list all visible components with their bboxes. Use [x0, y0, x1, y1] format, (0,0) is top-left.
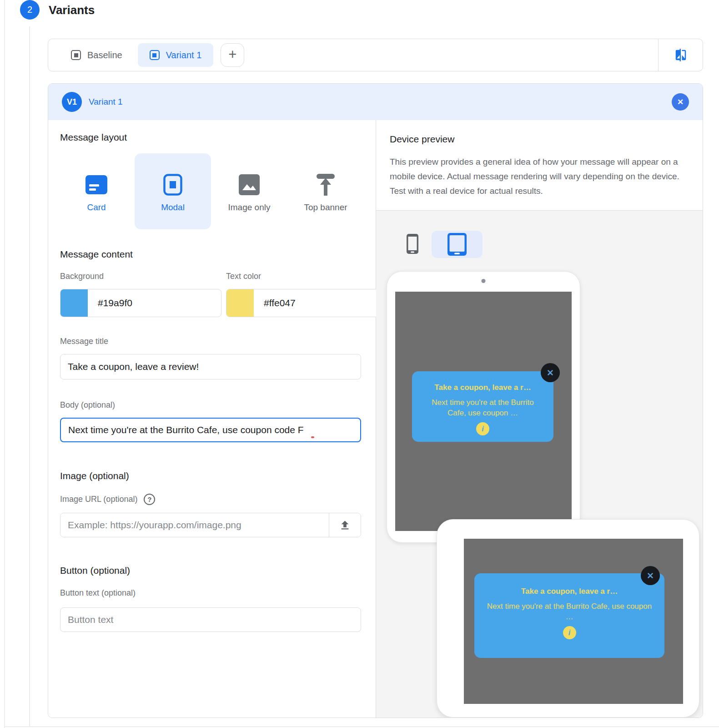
button-text-input[interactable] — [60, 607, 361, 632]
message-preview-modal: Take a coupon, leave a r… Next time you'… — [412, 371, 553, 442]
layout-option-top-banner[interactable]: Top banner — [287, 153, 364, 229]
variant-title: Variant 1 — [89, 97, 123, 107]
device-preview-description: This preview provides a general idea of … — [390, 155, 688, 198]
layout-option-image-only[interactable]: Image only — [211, 153, 287, 229]
dismiss-message-button[interactable]: ✕ — [641, 566, 660, 585]
variant-card-header: V1 Variant 1 ✕ — [48, 84, 703, 120]
image-url-field — [60, 513, 361, 537]
compare-section — [658, 39, 703, 71]
image-only-layout-icon — [239, 174, 260, 196]
step-number-badge: 2 — [20, 0, 40, 20]
variant-shape-icon — [71, 50, 81, 60]
background-color-input[interactable] — [88, 289, 221, 317]
device-preview-heading: Device preview — [390, 134, 688, 145]
section-bottom-border — [4, 726, 719, 727]
device-preview-area: Take a coupon, leave a r… Next time you'… — [376, 211, 703, 718]
background-label: Background — [60, 272, 221, 281]
background-color-field — [60, 289, 221, 317]
image-url-label: Image URL (optional) — [60, 495, 137, 504]
device-preview-info: Device preview This preview provides a g… — [376, 120, 703, 211]
image-url-label-row: Image URL (optional) ? — [60, 494, 155, 505]
image-section-heading: Image (optional) — [60, 470, 361, 481]
device-preview-panel: Device preview This preview provides a g… — [376, 120, 703, 718]
layout-option-card[interactable]: Card — [58, 153, 135, 229]
button-text-group — [60, 607, 361, 632]
text-color-field — [226, 289, 387, 317]
spellcheck-mark — [311, 436, 314, 438]
tablet-landscape-screen: Take a coupon, leave a r… Next time you'… — [464, 539, 683, 704]
tab-variant-1-label: Variant 1 — [166, 50, 202, 61]
page-title: Variants — [49, 3, 95, 17]
tab-variant-1[interactable]: Variant 1 — [138, 43, 214, 67]
tablet-portrait-frame: Take a coupon, leave a r… Next time you'… — [387, 271, 580, 543]
variant-card: V1 Variant 1 ✕ Message layout Card — [48, 83, 703, 718]
variant-shape-icon — [150, 50, 160, 60]
close-variant-button[interactable]: ✕ — [672, 93, 689, 111]
card-layout-icon — [85, 174, 107, 196]
tablet-preview-toggle[interactable] — [432, 231, 483, 258]
modal-layout-icon — [163, 174, 182, 196]
camera-dot — [482, 279, 486, 283]
message-title-label: Message title — [60, 337, 361, 346]
phone-icon — [406, 233, 419, 254]
help-icon[interactable]: ? — [144, 494, 155, 505]
page: 2 Variants Baseline Variant 1 + V1 Varia… — [0, 0, 719, 728]
tab-baseline[interactable]: Baseline — [71, 50, 122, 61]
button-section-heading: Button (optional) — [60, 565, 361, 576]
layout-option-label: Image only — [228, 202, 271, 212]
variant-badge: V1 — [62, 92, 82, 112]
compare-variants-button[interactable] — [674, 48, 688, 62]
message-title-group: Message title — [60, 337, 361, 379]
message-body-input[interactable] — [60, 418, 361, 442]
tablet-landscape-frame: Take a coupon, leave a r… Next time you'… — [437, 519, 699, 718]
dismiss-message-button[interactable]: ✕ — [541, 363, 560, 382]
image-url-input[interactable] — [60, 513, 329, 537]
variant-card-body: Message layout Card Modal — [48, 120, 703, 718]
info-icon[interactable]: i — [563, 626, 576, 639]
message-form-panel: Message layout Card Modal — [48, 120, 376, 718]
preview-message-body: Next time you're at the Burrito Cafe, us… — [474, 602, 664, 622]
preview-message-body: Next time you're at the Burrito Cafe, us… — [412, 398, 553, 418]
message-body-group: Body (optional) — [60, 400, 361, 442]
layout-option-label: Top banner — [304, 202, 347, 212]
upload-image-button[interactable] — [329, 513, 361, 537]
add-variant-button[interactable]: + — [221, 43, 244, 67]
tab-baseline-label: Baseline — [87, 50, 122, 61]
preview-message-title: Take a coupon, leave a r… — [412, 383, 553, 392]
message-body-label: Body (optional) — [60, 400, 361, 410]
compare-icon — [674, 48, 688, 62]
message-preview-modal: Take a coupon, leave a r… Next time you'… — [474, 573, 664, 658]
message-content-heading: Message content — [60, 249, 361, 260]
color-fields-row: Background Text color — [60, 272, 361, 317]
info-icon[interactable]: i — [476, 422, 489, 435]
layout-option-label: Card — [87, 202, 106, 212]
top-banner-layout-icon — [315, 174, 336, 196]
text-color-label: Text color — [226, 272, 387, 281]
layout-option-modal[interactable]: Modal — [135, 153, 211, 229]
background-color-group: Background — [60, 272, 221, 317]
tablet-portrait-screen: Take a coupon, leave a r… Next time you'… — [395, 292, 572, 531]
layout-option-label: Modal — [161, 202, 185, 212]
message-title-input[interactable] — [60, 354, 361, 379]
upload-icon — [339, 519, 351, 531]
button-text-label: Button text (optional) — [60, 588, 361, 598]
text-color-swatch[interactable] — [226, 289, 254, 317]
phone-preview-toggle[interactable] — [400, 230, 425, 258]
variant-tab-bar: Baseline Variant 1 + — [48, 39, 703, 71]
outer-left-border — [4, 0, 5, 728]
stepper-line — [29, 26, 30, 726]
close-icon: ✕ — [677, 97, 684, 107]
background-color-swatch[interactable] — [60, 289, 88, 317]
text-color-group: Text color — [226, 272, 387, 317]
text-color-input[interactable] — [254, 289, 387, 317]
tablet-icon — [447, 233, 467, 256]
message-layout-options: Card Modal Image only — [58, 153, 364, 229]
preview-message-title: Take a coupon, leave a r… — [474, 587, 664, 596]
message-layout-heading: Message layout — [60, 132, 361, 143]
